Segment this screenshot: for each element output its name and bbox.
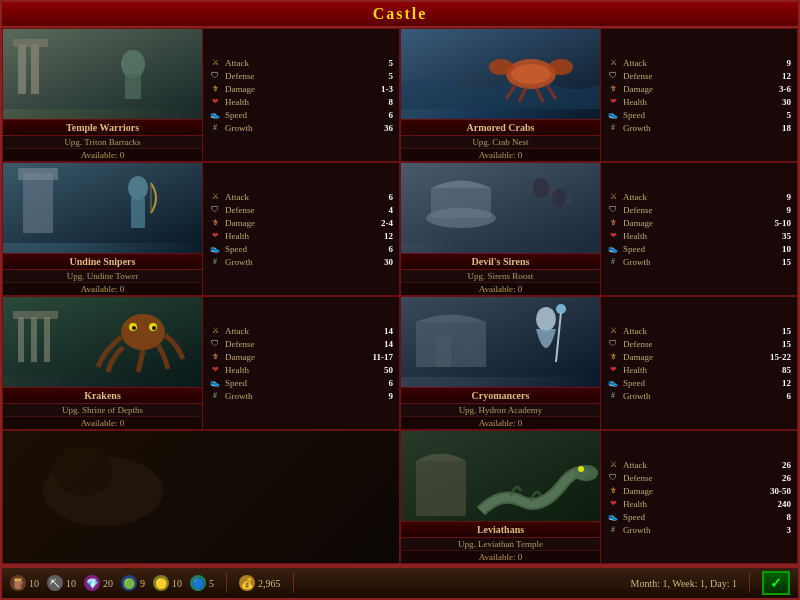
mercury-value: 5: [209, 578, 214, 589]
svg-point-8: [511, 64, 551, 84]
svg-point-47: [578, 466, 584, 472]
growth-icon-6: #: [607, 524, 619, 536]
available-0: Available: 0: [3, 148, 202, 161]
health-icon-2: ❤: [209, 230, 221, 242]
creature-card-4: Krakens Upg. Shrine of Depths Available:…: [2, 296, 400, 430]
svg-rect-1: [18, 44, 26, 94]
card-left-4: Krakens Upg. Shrine of Depths Available:…: [3, 297, 203, 429]
svg-rect-29: [44, 317, 50, 362]
health-icon: ❤: [209, 96, 221, 108]
creature-image-5: [401, 297, 600, 387]
stat-attack-0: ⚔ Attack 5: [209, 57, 393, 69]
upg-name-1: Upg. Crab Nest: [401, 136, 600, 148]
resource-wood: 🪵 10: [10, 575, 39, 591]
bg-svg-3: [401, 163, 600, 243]
svg-point-18: [128, 176, 148, 200]
defense-icon-3: 🛡: [607, 204, 619, 216]
confirm-button[interactable]: ✓: [762, 571, 790, 595]
svg-point-39: [536, 307, 556, 331]
health-icon-6: ❤: [607, 498, 619, 510]
stat-speed-0: 👟 Speed 6: [209, 109, 393, 121]
creature-image-2: [3, 163, 202, 253]
svg-point-35: [152, 326, 156, 330]
creature-name-3: Devil's Sirens: [401, 253, 600, 270]
divider: [226, 573, 227, 593]
growth-icon-4: #: [209, 390, 221, 402]
svg-rect-21: [401, 163, 600, 243]
creature-card-5: Cryomancers Upg. Hydron Academy Availabl…: [400, 296, 798, 430]
available-4: Available: 0: [3, 416, 202, 429]
svg-rect-45: [416, 461, 466, 516]
speed-icon-3: 👟: [607, 243, 619, 255]
stat-health-0: ❤ Health 8: [209, 96, 393, 108]
castle-title: Castle: [373, 5, 428, 22]
svg-rect-27: [18, 317, 24, 362]
svg-point-24: [533, 178, 549, 198]
upg-name-5: Upg. Hydron Academy: [401, 404, 600, 416]
empty-bg-svg: [3, 431, 203, 531]
damage-icon-2: 🗡: [209, 217, 221, 229]
gem-value: 9: [140, 578, 145, 589]
attack-icon-5: ⚔: [607, 325, 619, 337]
stat-growth-0: # Growth 36: [209, 122, 393, 134]
card-left-3: Devil's Sirens Upg. Sirens Roost Availab…: [401, 163, 601, 295]
svg-rect-17: [18, 168, 58, 180]
card-stats-6: ⚔ Attack 26 🛡 Defense 26 🗡 Damage 30-50 …: [601, 431, 797, 563]
gem-icon: 🟢: [121, 575, 137, 591]
creature-name-4: Krakens: [3, 387, 202, 404]
speed-icon: 👟: [209, 109, 221, 121]
svg-rect-16: [23, 173, 53, 233]
main-window: Castle: [0, 0, 800, 600]
creature-name-0: Temple Warriors: [3, 119, 202, 136]
speed-icon-6: 👟: [607, 511, 619, 523]
wood-icon: 🪵: [10, 575, 26, 591]
creature-image-6: [401, 431, 600, 521]
creature-card-0: Temple Warriors Upg. Triton Barracks Ava…: [2, 28, 400, 162]
card-stats-4: ⚔ Attack 14 🛡 Defense 14 🗡 Damage 11-17 …: [203, 297, 399, 429]
resource-crystal: 💎 20: [84, 575, 113, 591]
damage-icon-1: 🗡: [607, 83, 619, 95]
health-icon-5: ❤: [607, 364, 619, 376]
upg-name-0: Upg. Triton Barracks: [3, 136, 202, 148]
growth-icon-1: #: [607, 122, 619, 134]
creature-card-6: Leviathans Upg. Leviathan Temple Availab…: [400, 430, 798, 564]
card-stats-1: ⚔ Attack 9 🛡 Defense 12 🗡 Damage 3-6 ❤ H…: [601, 29, 797, 161]
sulfur-icon: 🟡: [153, 575, 169, 591]
resource-sulfur: 🟡 10: [153, 575, 182, 591]
bg-svg-0: [3, 29, 202, 109]
svg-rect-19: [131, 198, 145, 228]
divider-3: [749, 573, 750, 593]
ore-value: 10: [66, 578, 76, 589]
available-3: Available: 0: [401, 282, 600, 295]
resource-gold: 💰 2,965: [239, 575, 281, 591]
card-left-1: Armored Crabs Upg. Crab Nest Available: …: [401, 29, 601, 161]
svg-rect-38: [436, 337, 451, 367]
ore-icon: ⛏: [47, 575, 63, 591]
bg-svg-1: [401, 29, 600, 109]
svg-rect-30: [13, 311, 58, 319]
svg-point-34: [132, 326, 136, 330]
creature-image-0: [3, 29, 202, 119]
attack-icon-2: ⚔: [209, 191, 221, 203]
divider-2: [293, 573, 294, 593]
date-display: Month: 1, Week: 1, Day: 1: [631, 578, 738, 589]
attack-icon-1: ⚔: [607, 57, 619, 69]
speed-icon-2: 👟: [209, 243, 221, 255]
defense-icon-6: 🛡: [607, 472, 619, 484]
creature-image-1: [401, 29, 600, 119]
svg-rect-2: [31, 44, 39, 94]
status-bar: 🪵 10 ⛏ 10 💎 20 🟢 9 🟡 10 🔵 5 💰 2,965 M: [2, 566, 798, 598]
available-1: Available: 0: [401, 148, 600, 161]
creature-card-1: Armored Crabs Upg. Crab Nest Available: …: [400, 28, 798, 162]
svg-point-46: [574, 465, 598, 481]
available-5: Available: 0: [401, 416, 600, 429]
sulfur-value: 10: [172, 578, 182, 589]
upg-name-2: Upg. Undine Tower: [3, 270, 202, 282]
attack-icon-6: ⚔: [607, 459, 619, 471]
card-left-5: Cryomancers Upg. Hydron Academy Availabl…: [401, 297, 601, 429]
creature-card-empty: [2, 430, 400, 564]
available-2: Available: 0: [3, 282, 202, 295]
attack-icon: ⚔: [209, 57, 221, 69]
crystal-icon: 💎: [84, 575, 100, 591]
growth-icon-5: #: [607, 390, 619, 402]
